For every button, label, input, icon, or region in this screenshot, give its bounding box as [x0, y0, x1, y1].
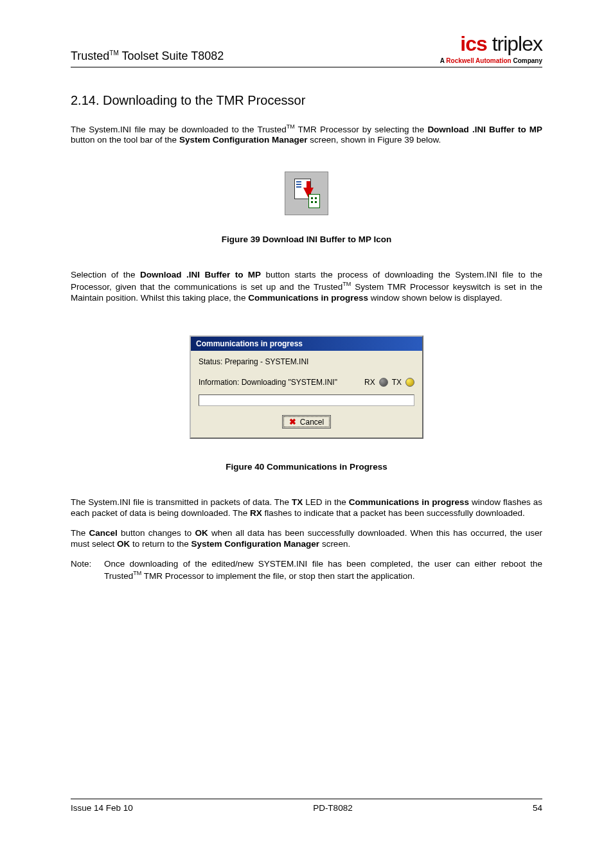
header-title: TrustedTM Toolset Suite T8082: [71, 49, 224, 64]
paragraph-4: The Cancel button changes to OK when all…: [71, 528, 542, 550]
logo-sub-brand: Rockwell Automation: [446, 57, 511, 64]
download-ini-to-mp-icon: [285, 172, 328, 215]
page-footer: Issue 14 Feb 10 PD-T8082 54: [71, 799, 542, 813]
footer-center: PD-T8082: [313, 803, 353, 813]
cancel-button-label: Cancel: [300, 418, 324, 427]
logo: ics triplex A Rockwell Automation Compan…: [440, 32, 542, 64]
logo-word-triplex: triplex: [487, 32, 542, 55]
dialog-info-row: Information: Downloading "SYSTEM.INI" RX…: [199, 378, 414, 387]
logo-subtitle: A Rockwell Automation Company: [440, 57, 542, 64]
dialog-button-row: ✖ Cancel: [199, 415, 414, 429]
paragraph-3: The System.INI file is transmitted in pa…: [71, 497, 542, 519]
dialog-titlebar: Communications in progress: [191, 337, 422, 351]
communications-in-progress-dialog: Communications in progress Status: Prepa…: [190, 335, 423, 439]
cancel-x-icon: ✖: [289, 417, 296, 427]
tx-label: TX: [392, 378, 402, 387]
footer-left: Issue 14 Feb 10: [71, 803, 133, 813]
cancel-button[interactable]: ✖ Cancel: [282, 415, 331, 429]
dialog-info: Information: Downloading "SYSTEM.INI": [199, 378, 360, 387]
footer-right: 54: [533, 803, 542, 813]
figure-39-caption: Figure 39 Download INI Buffer to MP Icon: [71, 235, 542, 244]
dialog-status: Status: Preparing - SYSTEM.INI: [199, 357, 414, 366]
note: Note: Once downloading of the edited/new…: [71, 559, 542, 581]
section-number: 2.14.: [71, 93, 99, 107]
dialog-body: Status: Preparing - SYSTEM.INI Informati…: [191, 351, 422, 438]
figure-40-caption: Figure 40 Communications in Progress: [71, 462, 542, 472]
paragraph-1: The System.INI file may be downloaded to…: [71, 123, 542, 146]
section-heading: 2.14. Downloading to the TMR Processor: [71, 93, 542, 108]
rx-label: RX: [364, 378, 375, 387]
header-title-tm: TM: [109, 49, 118, 57]
tx-led-icon: [405, 378, 414, 387]
page-header: TrustedTM Toolset Suite T8082 ics triple…: [71, 32, 542, 67]
paragraph-2: Selection of the Download .INI Buffer to…: [71, 270, 542, 303]
header-title-suffix: Toolset Suite T8082: [119, 49, 224, 62]
progress-bar: [199, 394, 414, 406]
section-title: Downloading to the TMR Processor: [103, 93, 305, 107]
logo-word-ics: ics: [460, 32, 486, 55]
logo-top: ics triplex: [440, 32, 542, 56]
figure-39: [71, 172, 542, 218]
logo-sub-suffix: Company: [511, 57, 542, 64]
note-body: Once downloading of the edited/new SYSTE…: [104, 559, 542, 581]
header-title-prefix: Trusted: [71, 49, 109, 62]
logo-sub-prefix: A: [440, 57, 447, 64]
note-label: Note:: [71, 559, 104, 581]
rx-led-icon: [379, 378, 388, 387]
figure-40: Communications in progress Status: Prepa…: [71, 335, 542, 439]
